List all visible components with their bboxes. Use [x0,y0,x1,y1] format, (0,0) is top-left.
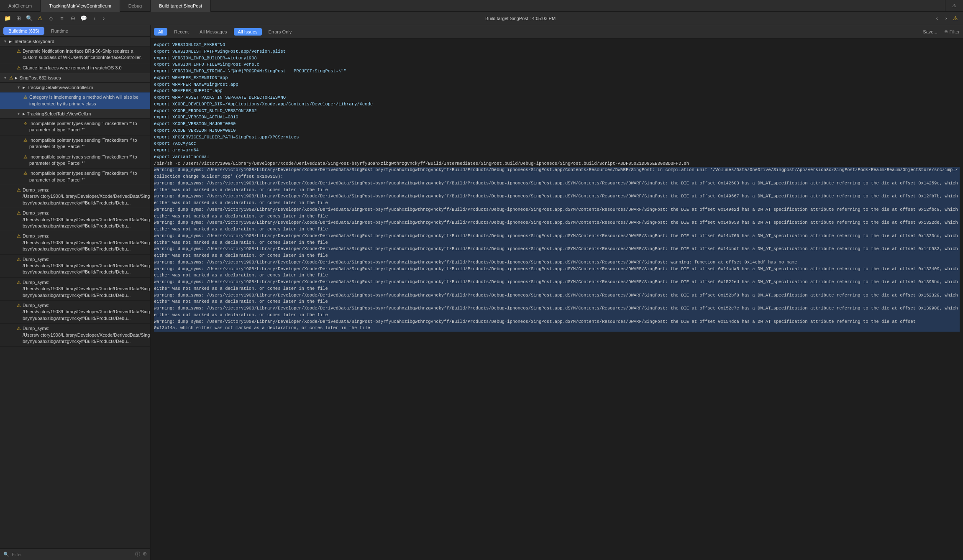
log-line: export WRAP_ASSET_PACKS_IN_SEPARATE_DIRE… [154,95,960,101]
warning-icon: ⚠ [17,233,21,239]
log-line: export VERSION_INFO_FILE=SingPost_vers.c [154,61,960,68]
log-line: warning: dump_syms: /Users/victory1908/L… [154,266,960,279]
file-icon: ▸ [23,84,25,90]
filter-all-btn[interactable]: All [154,28,167,36]
filter-search-icon: 🔍 [3,552,9,557]
filter-errors-only-btn[interactable]: Errors Only [264,28,296,36]
group-interface-label: Interface.storyboard [13,39,147,44]
list-item[interactable]: ⚠ Dump_syms: /Users/victory1908/Library/… [0,255,150,278]
filter-bar: 🔍 ⓘ ⊕ [0,548,150,560]
log-line: warning: dump_syms: /Users/victory1908/L… [154,259,960,266]
filter-info-icon[interactable]: ⓘ [135,551,140,558]
list-item[interactable]: ⚠ Glance Interfaces were removed in watc… [0,63,150,73]
list-item[interactable]: ⚠ Incompatible pointer types sending 'Tr… [0,169,150,185]
list-icon[interactable]: ≡ [58,14,66,23]
log-line: warning: dump_syms: /Users/victory1908/L… [154,233,960,246]
package-icon: ▸ [15,75,18,81]
file-icon: ▸ [23,111,25,117]
warning-icon: ⚠ [17,326,21,331]
grid-icon[interactable]: ⊞ [14,14,23,23]
filter-recent-btn[interactable]: Recent [170,28,193,36]
warning-icon: ⚠ [17,280,21,285]
nav-next-right-icon[interactable]: › [942,14,950,23]
log-line: /bin/sh -c /Users/victory1908/Library/De… [154,161,960,167]
selected-issue-item[interactable]: ⚠ Category is implementing a method whic… [0,92,150,109]
diamond-icon[interactable]: ◇ [47,14,55,23]
list-item[interactable]: ⚠ Dump_syms: /Users/victory1908/Library/… [0,301,150,324]
nav-prev-right-icon[interactable]: ‹ [933,14,941,23]
save-button[interactable]: Save... [919,28,941,36]
issue-text: Dump_syms: /Users/victory1908/Library/De… [23,302,150,322]
warning-icon: ⚠ [17,303,21,308]
group-interface-storyboard[interactable]: ▼ ▸ Interface.storyboard [0,37,150,46]
warning-icon: ⚠ [17,65,21,71]
issue-text: Incompatible pointer types sending 'Trac… [29,137,147,150]
list-item[interactable]: ⚠ Incompatible pointer types sending 'Tr… [0,119,150,136]
chat-icon[interactable]: 💬 [79,14,88,23]
nav-next-icon[interactable]: › [100,14,108,23]
list-item[interactable]: ⚠ Dump_syms: /Users/victory1908/Library/… [0,324,150,347]
filter-all-issues-btn[interactable]: All Issues [234,28,262,36]
list-item[interactable]: ⚠ Dump_syms: /Users/victory1908/Library/… [0,208,150,231]
nav-prev-icon[interactable]: ‹ [90,14,99,23]
chevron-icon: ▼ [17,85,21,89]
filter-all-messages-btn[interactable]: All Messages [195,28,231,36]
log-line: warning: dump_syms: /Users/victory1908/L… [154,220,960,233]
tab-buildtime[interactable]: Buildtime (635) [3,27,44,35]
filter-icons: ⓘ ⊕ [135,551,147,558]
toolbar-nav-right: ‹ › ⚠ [933,14,960,23]
filter-add-icon[interactable]: ⊕ [143,551,147,558]
log-line: export XPCSERVICES_FOLDER_PATH=SingPost.… [154,134,960,141]
filter-input[interactable] [12,552,133,557]
chevron-icon: ▼ [17,112,21,116]
tab-bar-right-nav: ⚠ [945,0,963,12]
warning-icon[interactable]: ⚠ [36,14,44,23]
tab-api-client[interactable]: ApiClient.m [0,0,41,12]
tab-runtime[interactable]: Runtime [46,27,73,35]
warning-icon: ⚠ [23,171,28,176]
tab-tracking-main[interactable]: TrackingMainViewController.m [41,0,120,12]
filter-icon: ⊕ [944,29,948,34]
log-line: warning: dump_syms: /Users/victory1908/L… [154,319,960,325]
log-line: export VERSION_INFO_STRING="\"@(#)PROGRA… [154,68,960,75]
list-item[interactable]: ⚠ Incompatible pointer types sending 'Tr… [0,136,150,152]
tab-debug[interactable]: Debug [120,0,151,12]
log-line: warning: dump_syms: /Users/victory1908/L… [154,193,960,207]
warning-badge: ⚠ [9,75,13,81]
warning-icon: ⚠ [23,154,28,160]
log-content[interactable]: export VERSIONLIST_FAKER=NOexport VERSIO… [151,38,963,560]
issue-text: Glance Interfaces were removed in watchO… [23,65,147,71]
issue-text: Dump_syms: /Users/victory1908/Library/De… [23,187,150,206]
issue-text: Dynamic Notification Interface BRd-66-SM… [23,48,147,61]
issue-text: Dump_syms: /Users/victory1908/Library/De… [23,256,150,276]
warning-icon: ⚠ [23,138,28,143]
group-singpost[interactable]: ▼ ⚠ ▸ SingPost 632 issues [0,73,150,83]
log-line: export WRAPPER_SUFFIX=.app [154,88,960,95]
log-line: export XCODE_VERSION_MINOR=0810 [154,128,960,134]
log-line: warning: dump_syms: /Users/victory1908/L… [154,167,960,180]
list-item[interactable]: ⚠ Dynamic Notification Interface BRd-66-… [0,46,150,63]
tab-tracking-main-label: TrackingMainViewController.m [49,3,111,8]
log-line: export VERSIONLIST_FAKER=NO [154,42,960,49]
group-tracking-details[interactable]: ▼ ▸ TrackingDetailsViewController.m [0,83,150,92]
issue-text: Incompatible pointer types sending 'Trac… [29,170,147,183]
log-line: warning: dump_syms: /Users/victory1908/L… [154,246,960,259]
list-item[interactable]: ⚠ Dump_syms: /Users/victory1908/Library/… [0,185,150,208]
log-line: export VERSIONLIST_PATH=SingPost.app/ver… [154,49,960,55]
folder-icon[interactable]: 📁 [3,14,12,23]
log-line: export YACC=yacc [154,141,960,147]
log-line: warning: dump_syms: /Users/victory1908/L… [154,305,960,319]
log-line: warning: dump_syms: /Users/victory1908/L… [154,279,960,292]
link-icon[interactable]: ⊕ [69,14,77,23]
search-icon[interactable]: 🔍 [25,14,33,23]
list-item[interactable]: ⚠ Incompatible pointer types sending 'Tr… [0,152,150,169]
toolbar-title: Build target SingPost : 4:05:03 PM [110,16,930,21]
issue-text: Dump_syms: /Users/victory1908/Library/De… [23,233,150,252]
group-singpost-label: SingPost 632 issues [19,75,147,80]
list-item[interactable]: ⚠ Dump_syms: /Users/victory1908/Library/… [0,278,150,301]
list-item[interactable]: ⚠ Dump_syms: /Users/victory1908/Library/… [0,231,150,254]
log-line: export XCODE_PRODUCT_BUILD_VERSION=8B62 [154,108,960,115]
group-tracking-select[interactable]: ▼ ▸ TrackingSelectTableViewCell.m [0,109,150,119]
log-line: export XCODE_VERSION_MAJOR=0800 [154,121,960,128]
tab-build-target[interactable]: Build target SingPost [151,0,211,12]
